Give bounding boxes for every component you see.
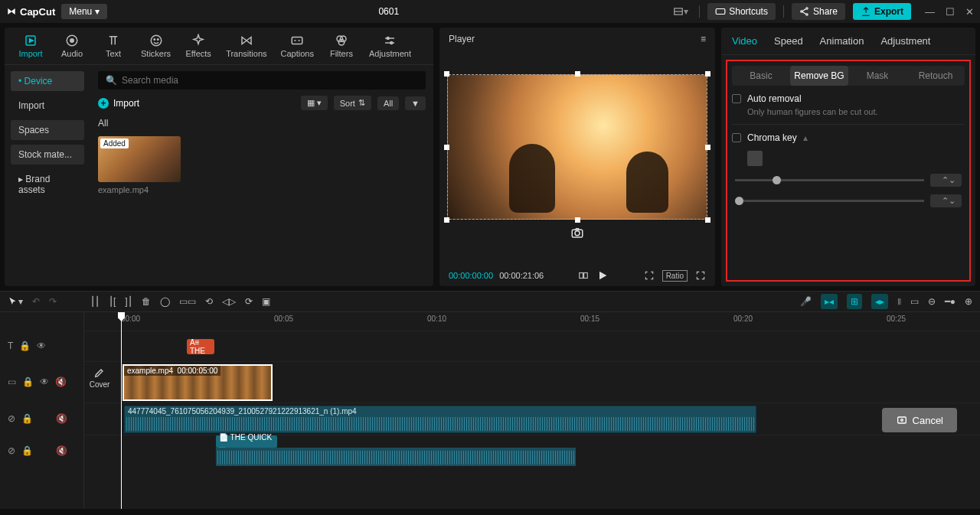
maximize-button[interactable]: ☐ — [946, 6, 955, 18]
frames-tool[interactable]: ▭▭ — [179, 296, 196, 307]
filter-all-button[interactable]: All — [377, 96, 399, 110]
resize-handle[interactable] — [575, 71, 580, 77]
slider-thumb[interactable] — [773, 176, 781, 184]
audio-clip-2[interactable] — [216, 448, 576, 466]
tab-filters[interactable]: Filters — [323, 32, 360, 60]
lock-icon[interactable]: 🔒 — [22, 376, 34, 387]
zoom-in-button[interactable]: ⊕ — [965, 296, 972, 307]
tab-captions[interactable]: Captions — [276, 32, 318, 60]
lock-icon[interactable]: 🔒 — [19, 341, 31, 351]
subtab-basic[interactable]: Basic — [732, 66, 790, 86]
mute-icon[interactable]: 🔇 — [56, 413, 67, 424]
lock-icon[interactable]: 🔒 — [21, 445, 33, 456]
split-left-tool[interactable]: ⎮[ — [109, 296, 116, 307]
tab-transitions[interactable]: Transitions — [221, 32, 271, 60]
close-button[interactable]: ✕ — [965, 6, 974, 18]
sidebar-item-stock[interactable]: Stock mate... — [11, 145, 84, 165]
prop-tab-speed[interactable]: Speed — [774, 35, 803, 47]
slider-value-2[interactable]: ⌃⌄ — [930, 194, 962, 207]
view-grid-button[interactable]: ▦ ▾ — [301, 96, 328, 110]
shortcuts-button[interactable]: Shortcuts — [707, 3, 776, 20]
cancel-button[interactable]: Cancel — [882, 408, 957, 432]
playhead[interactable] — [121, 312, 122, 509]
share-button[interactable]: Share — [792, 3, 845, 20]
export-button[interactable]: Export — [853, 3, 911, 20]
audio-track-1[interactable]: 447774045_761075056204939_21005279212229… — [84, 403, 980, 435]
text-track[interactable]: A≡ THE — [84, 331, 980, 361]
tab-effects[interactable]: Effects — [180, 32, 217, 60]
fullscreen-icon[interactable] — [695, 270, 706, 281]
minimize-button[interactable]: — — [925, 6, 935, 18]
text-clip[interactable]: A≡ THE — [187, 339, 214, 354]
sort-button[interactable]: Sort ⇅ — [334, 96, 371, 110]
import-button[interactable]: + Import — [98, 98, 139, 109]
resize-handle[interactable] — [444, 217, 449, 223]
filter-button[interactable]: ▼ — [405, 96, 426, 110]
mute-icon[interactable]: 🔇 — [56, 445, 67, 456]
sidebar-item-device[interactable]: • Device — [11, 71, 84, 91]
layout-icon[interactable]: ▾ — [670, 3, 691, 20]
prop-tab-adjustment[interactable]: Adjustment — [880, 35, 930, 47]
sidebar-item-spaces[interactable]: Spaces — [11, 120, 84, 140]
chroma-slider-2[interactable] — [735, 200, 924, 202]
eye-icon[interactable]: 👁 — [37, 341, 46, 351]
auto-removal-checkbox[interactable] — [732, 94, 741, 103]
video-track[interactable]: Cover example.mp4 00:00:05:00 — [84, 361, 980, 403]
tab-adjustment[interactable]: Adjustment — [364, 32, 416, 60]
scan-icon[interactable] — [644, 270, 655, 281]
crop-tool[interactable]: ▣ — [262, 296, 270, 307]
subtab-retouch[interactable]: Retouch — [906, 66, 965, 86]
cover-button[interactable]: Cover — [87, 367, 112, 389]
eye-icon[interactable]: 👁 — [40, 376, 49, 387]
media-clip[interactable]: Added example.mp4 — [98, 136, 181, 194]
chroma-key-checkbox[interactable] — [732, 133, 741, 142]
tab-text[interactable]: Text — [95, 32, 132, 60]
preview-toggle[interactable]: ▭ — [910, 296, 919, 307]
resize-handle[interactable] — [444, 145, 449, 150]
audio-text-label[interactable]: 📄 THE QUICK ... — [216, 435, 277, 448]
hamburger-icon[interactable]: ≡ — [701, 34, 706, 44]
split-right-tool[interactable]: ]⎮ — [125, 296, 132, 307]
tab-audio[interactable]: Audio — [54, 32, 90, 60]
subtab-remove-bg[interactable]: Remove BG — [790, 66, 848, 86]
redo-button[interactable]: ↷ — [49, 296, 57, 307]
snap-track-button[interactable]: ⊞ — [847, 294, 862, 309]
mirror-tool[interactable]: ◁▷ — [222, 296, 236, 307]
subtab-mask[interactable]: Mask — [848, 66, 906, 86]
mic-button[interactable]: 🎤 — [800, 296, 812, 307]
timeline-tracks-area[interactable]: 00:00 00:05 00:10 00:15 00:20 00:25 A≡ T… — [84, 312, 980, 509]
timeline-ruler[interactable]: 00:00 00:05 00:10 00:15 00:20 00:25 — [84, 312, 980, 331]
marker-tool[interactable]: ◯ — [160, 296, 170, 307]
video-clip[interactable]: example.mp4 00:00:05:00 — [122, 364, 273, 401]
prop-tab-animation[interactable]: Animation — [820, 35, 864, 47]
audio-clip-1[interactable]: 447774045_761075056204939_21005279212229… — [124, 406, 756, 433]
menu-button[interactable]: Menu ▾ — [61, 4, 107, 19]
resize-handle[interactable] — [575, 217, 580, 223]
ratio-button[interactable]: Ratio — [662, 270, 688, 282]
resize-handle[interactable] — [705, 217, 710, 223]
slider-value[interactable]: ⌃⌄ — [930, 174, 962, 187]
rotate-tool[interactable]: ⟳ — [245, 296, 253, 307]
snapshot-button[interactable] — [570, 226, 584, 242]
snap-link-button[interactable]: ◂▸ — [871, 294, 888, 309]
snap-main-button[interactable]: ▸◂ — [821, 294, 838, 309]
zoom-out-button[interactable]: ⊖ — [928, 296, 936, 307]
prop-tab-video[interactable]: Video — [732, 35, 757, 47]
chroma-color-well[interactable] — [747, 151, 763, 166]
split-tool[interactable]: ⎮⎮ — [90, 296, 100, 307]
mute-icon[interactable]: 🔇 — [55, 376, 67, 387]
slider-thumb[interactable] — [735, 197, 743, 205]
play-button[interactable] — [596, 269, 609, 282]
chroma-slider[interactable] — [735, 179, 924, 181]
lock-icon[interactable]: 🔒 — [21, 413, 33, 424]
delete-tool[interactable]: 🗑 — [142, 296, 151, 307]
search-box[interactable]: 🔍 — [98, 71, 426, 90]
compare-icon[interactable] — [578, 270, 589, 281]
resize-handle[interactable] — [444, 71, 449, 77]
audio-track-2[interactable]: 📄 THE QUICK ... — [84, 435, 980, 467]
resize-handle[interactable] — [705, 145, 710, 150]
sidebar-item-brand[interactable]: ▸ Brand assets — [11, 169, 84, 200]
search-input[interactable] — [122, 75, 418, 86]
reverse-tool[interactable]: ⟲ — [205, 296, 213, 307]
align-button[interactable]: ⫴ — [897, 296, 901, 307]
